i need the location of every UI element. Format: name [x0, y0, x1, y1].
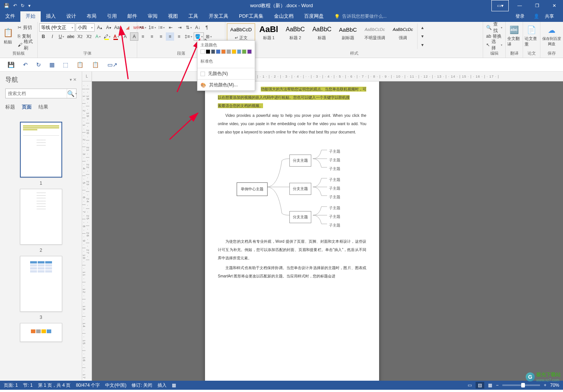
styles-scroll-down[interactable]: ▾	[418, 32, 427, 40]
tab-mailings[interactable]: 邮件	[122, 11, 142, 22]
bold-button[interactable]: B	[39, 32, 47, 41]
format-painter-button[interactable]: 🖌格式刷	[16, 41, 36, 49]
tab-review[interactable]: 审阅	[142, 11, 163, 22]
thumbnail-page-2[interactable]: ━━━━━━━━━━━━━━━━━━━━━━━━━━━━━━━━━━━━━━━━…	[20, 189, 62, 245]
align-left-button[interactable]: ≡	[139, 32, 147, 41]
ribbon-display-icon[interactable]: ▭▾	[491, 0, 509, 11]
qat-more-icon[interactable]: ▾	[28, 3, 31, 8]
status-page[interactable]: 页面: 1	[4, 382, 18, 389]
undo-icon[interactable]: ↶	[13, 3, 17, 8]
nav-close-icon[interactable]: ✕	[73, 77, 76, 82]
styles-expand[interactable]: ▾	[418, 41, 427, 49]
document-viewport[interactable]: L 3 · | · 2 · | · 1 · | · X · | · 1 · | …	[82, 72, 563, 381]
vertical-ruler[interactable]: · | · 1 · | · 2 · | · 1 · | · 2 · | · 3 …	[82, 81, 92, 381]
char-border-button[interactable]: A	[121, 32, 129, 41]
subscript-button[interactable]: X2	[76, 32, 84, 41]
style-heading1[interactable]: AaBl标题 1	[256, 23, 282, 42]
change-case-button[interactable]: Aa▾	[113, 23, 123, 32]
thesis-check-button[interactable]: 📄论文查重	[525, 23, 539, 49]
link-icon[interactable]: ⬚	[63, 61, 68, 68]
font-size-combo[interactable]: 小四▾	[76, 23, 95, 32]
color-swatch[interactable]	[232, 49, 236, 54]
new-window-icon[interactable]: ▭↗	[107, 61, 118, 68]
translate-button[interactable]: 🔤全文翻译	[507, 23, 521, 49]
save-icon[interactable]: 💾	[8, 61, 15, 68]
color-swatch[interactable]	[237, 49, 242, 54]
undo-icon[interactable]: ↶	[23, 61, 28, 68]
styles-scroll-up[interactable]: ▴	[418, 23, 427, 32]
style-normal[interactable]: AaBbCcD↵ 正文	[227, 23, 255, 42]
cut-button[interactable]: ✂剪切	[16, 23, 36, 32]
color-swatch[interactable]	[247, 49, 252, 54]
font-name-combo[interactable]: 等线 (中文正▾	[39, 23, 75, 32]
status-wordcount[interactable]: 80/474 个字	[76, 382, 100, 389]
more-colors-option[interactable]: 🎨 其他颜色(M)...	[197, 80, 255, 90]
color-swatch[interactable]	[200, 49, 205, 54]
italic-button[interactable]: I	[48, 32, 57, 41]
style-subtitle[interactable]: AaBbC副标题	[336, 23, 361, 42]
macro-icon[interactable]: ▦	[172, 383, 176, 388]
no-color-option[interactable]: 无颜色(N)	[197, 68, 255, 79]
superscript-button[interactable]: X2	[85, 32, 93, 41]
tell-me-search[interactable]: 💡 告诉我您想要做什么...	[329, 11, 392, 22]
share-button[interactable]: 👤 共享	[529, 11, 563, 22]
underline-button[interactable]: U▾	[57, 32, 66, 41]
ruler-corner[interactable]: L	[82, 72, 92, 81]
status-revisions[interactable]: 修订: 关闭	[132, 382, 152, 389]
show-marks-button[interactable]: ¶	[203, 23, 211, 32]
color-swatch[interactable]	[216, 49, 220, 54]
search-input[interactable]	[6, 89, 67, 98]
layout-icon[interactable]: ▦	[49, 61, 55, 68]
style-heading2[interactable]: AaBbC标题 2	[282, 23, 308, 42]
clear-format-button[interactable]: ◢	[124, 23, 132, 32]
zoom-in-button[interactable]: +	[544, 383, 546, 388]
find-button[interactable]: 🔍查找▾	[485, 23, 504, 32]
sort-button[interactable]: A↓	[194, 23, 202, 32]
tab-tools[interactable]: 工具	[183, 11, 203, 22]
clipboard-icon[interactable]: 📋	[92, 61, 99, 68]
tab-baidu[interactable]: 百度网盘	[299, 11, 329, 22]
line-spacing-button[interactable]: ‡≡▾	[184, 32, 193, 41]
tab-kingsoft[interactable]: 金山文档	[269, 11, 299, 22]
search-icon[interactable]: 🔍▾	[67, 89, 77, 98]
web-layout-icon[interactable]: ▦	[488, 383, 492, 388]
status-insert-mode[interactable]: 插入	[158, 382, 167, 389]
nav-dropdown-icon[interactable]: ▾	[70, 77, 72, 82]
decrease-indent-button[interactable]: ⇤	[167, 23, 175, 32]
multilevel-button[interactable]: ⁝≡▾	[158, 23, 166, 32]
zoom-out-button[interactable]: −	[496, 383, 499, 388]
thumbnail-page-1[interactable]: ━━━━━━━━━━━━━━━━━━━━━━━━━━━━━━━━━━━━	[20, 122, 62, 178]
read-mode-icon[interactable]: ▭	[468, 383, 472, 388]
thumbnail-page-3[interactable]	[20, 256, 62, 312]
color-swatch[interactable]	[242, 49, 246, 54]
font-color-button[interactable]: A▾	[112, 32, 120, 41]
tab-home[interactable]: 开始	[20, 11, 41, 22]
nav-tab-results[interactable]: 结果	[38, 104, 48, 110]
color-swatch[interactable]	[211, 49, 216, 54]
status-section[interactable]: 节: 1	[23, 382, 32, 389]
justify-button[interactable]: ≡	[166, 32, 174, 41]
highlight-button[interactable]: 🖍▾	[103, 32, 111, 41]
close-button[interactable]: ✕	[546, 0, 563, 11]
minimize-button[interactable]: —	[511, 0, 528, 11]
style-title[interactable]: AaBbC标题	[309, 23, 335, 42]
color-swatch[interactable]	[221, 49, 226, 54]
align-right-button[interactable]: ≡	[157, 32, 165, 41]
save-icon[interactable]: 💾	[4, 3, 9, 8]
redo-icon[interactable]: ↻	[21, 3, 24, 8]
status-language[interactable]: 中文(中国)	[105, 382, 126, 389]
restore-button[interactable]: ❐	[528, 0, 546, 11]
align-center-button[interactable]: ≡	[148, 32, 156, 41]
zoom-level[interactable]: 70%	[550, 383, 559, 388]
tab-file[interactable]: 文件	[0, 11, 20, 22]
style-subtle[interactable]: AaBbCcDc不明显强调	[361, 23, 389, 42]
color-swatch[interactable]	[206, 49, 210, 54]
tab-developer[interactable]: 开发工具	[203, 11, 234, 22]
status-page-of[interactable]: 第 1 页，共 4 页	[38, 382, 71, 389]
paste-icon[interactable]: 📋	[76, 61, 84, 68]
shading-button[interactable]: 🪣▾	[194, 32, 204, 41]
borders-button[interactable]: ⊞▾	[205, 32, 213, 41]
grow-font-button[interactable]: A▴	[95, 23, 104, 32]
redo-icon[interactable]: ↻	[36, 61, 41, 68]
tab-references[interactable]: 引用	[102, 11, 122, 22]
